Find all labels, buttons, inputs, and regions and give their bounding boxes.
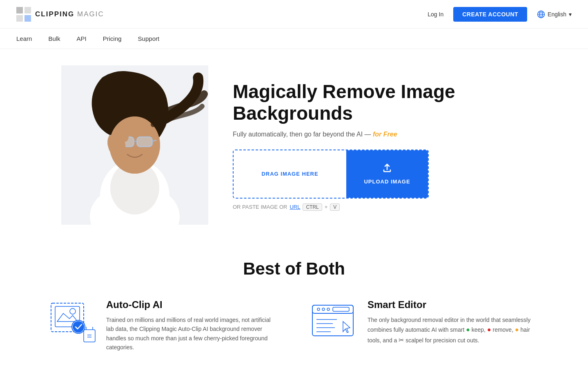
drag-drop-zone[interactable]: DRAG IMAGE HERE bbox=[234, 150, 346, 198]
nav-item-learn[interactable]: Learn bbox=[16, 35, 32, 42]
svg-rect-34 bbox=[84, 330, 95, 342]
hero-title: Magically Remove Image Backgrounds bbox=[233, 81, 527, 124]
auto-clip-icon bbox=[49, 299, 98, 344]
for-free-text: for Free bbox=[373, 131, 397, 138]
hero-text-content: Magically Remove Image Backgrounds Fully… bbox=[233, 81, 527, 211]
chevron-down-icon: ▾ bbox=[569, 11, 572, 18]
upload-button[interactable]: UPLOAD IMAGE bbox=[346, 150, 428, 198]
nav-item-pricing[interactable]: Pricing bbox=[103, 35, 122, 42]
svg-point-33 bbox=[73, 321, 84, 333]
svg-rect-3 bbox=[24, 15, 31, 22]
svg-point-42 bbox=[322, 308, 325, 310]
smart-editor-desc: The only background removal editor in th… bbox=[368, 315, 539, 346]
svg-point-31 bbox=[70, 308, 76, 314]
upload-label: UPLOAD IMAGE bbox=[364, 179, 410, 185]
logo[interactable]: CLIPPING MAGIC bbox=[16, 7, 104, 22]
features-grid: Auto-Clip AI Trained on millions and mil… bbox=[49, 299, 539, 352]
best-section: Best of Both bbox=[0, 251, 588, 369]
auto-clip-icon-area bbox=[49, 299, 98, 346]
logo-brand-name: CLIPPING MAGIC bbox=[35, 10, 104, 18]
svg-rect-25 bbox=[137, 137, 152, 147]
nav-item-api[interactable]: API bbox=[77, 35, 87, 42]
header: CLIPPING MAGIC Log In CREATE ACCOUNT Eng… bbox=[0, 0, 588, 29]
hero-section: Magically Remove Image Backgrounds Fully… bbox=[29, 49, 559, 251]
language-label: English bbox=[548, 11, 566, 18]
svg-point-41 bbox=[317, 308, 320, 310]
hair-icon: ● bbox=[515, 326, 519, 333]
feature-auto-clip: Auto-Clip AI Trained on millions and mil… bbox=[49, 299, 278, 352]
svg-rect-2 bbox=[16, 15, 23, 22]
smart-editor-text: Smart Editor The only background removal… bbox=[368, 299, 539, 346]
keep-icon: ● bbox=[466, 326, 470, 333]
svg-rect-44 bbox=[333, 307, 349, 311]
svg-point-43 bbox=[327, 308, 330, 310]
scalpel-icon: ✂ bbox=[399, 337, 404, 344]
language-selector[interactable]: English ▾ bbox=[537, 10, 572, 18]
svg-rect-1 bbox=[24, 7, 31, 13]
paste-hint: OR PASTE IMAGE OR URL CTRL + V bbox=[233, 203, 527, 211]
logo-icon bbox=[16, 7, 31, 22]
nav-item-bulk[interactable]: Bulk bbox=[48, 35, 60, 42]
globe-icon bbox=[537, 10, 545, 18]
auto-clip-desc: Trained on millions and millions of real… bbox=[106, 315, 278, 352]
svg-rect-0 bbox=[16, 7, 23, 13]
smart-editor-title: Smart Editor bbox=[368, 299, 539, 310]
auto-clip-text: Auto-Clip AI Trained on millions and mil… bbox=[106, 299, 278, 352]
remove-icon: ● bbox=[487, 326, 491, 333]
feature-smart-editor: Smart Editor The only background removal… bbox=[310, 299, 539, 352]
auto-clip-title: Auto-Clip AI bbox=[106, 299, 278, 310]
login-button[interactable]: Log In bbox=[428, 11, 443, 18]
upload-area[interactable]: DRAG IMAGE HERE UPLOAD IMAGE bbox=[233, 150, 429, 199]
hero-illustration bbox=[61, 65, 208, 225]
nav-item-support[interactable]: Support bbox=[138, 35, 160, 42]
v-key-badge: V bbox=[330, 203, 340, 211]
header-actions: Log In CREATE ACCOUNT English ▾ bbox=[428, 7, 572, 22]
ctrl-key-badge: CTRL bbox=[303, 203, 322, 211]
hero-subtitle: Fully automatically, then go far beyond … bbox=[233, 131, 527, 138]
smart-editor-icon-area bbox=[310, 299, 359, 346]
create-account-button[interactable]: CREATE ACCOUNT bbox=[453, 7, 527, 22]
url-link[interactable]: URL bbox=[290, 204, 300, 210]
best-section-title: Best of Both bbox=[16, 259, 572, 279]
drag-label: DRAG IMAGE HERE bbox=[261, 171, 318, 177]
main-nav: Learn Bulk API Pricing Support bbox=[0, 29, 588, 49]
upload-icon bbox=[382, 163, 392, 175]
hero-image bbox=[61, 65, 208, 226]
smart-editor-icon bbox=[310, 299, 359, 344]
